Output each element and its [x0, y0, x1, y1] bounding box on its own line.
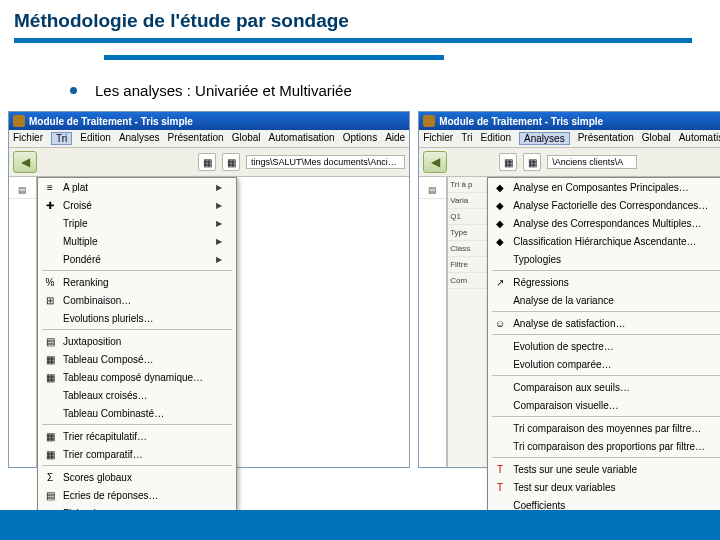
menu-item[interactable]: ▦Trier comparatif…	[38, 445, 236, 463]
menu-item[interactable]: Typologies	[488, 250, 720, 268]
menu-item[interactable]: Tableau Combinasté…	[38, 404, 236, 422]
menu-item-icon	[42, 311, 58, 325]
menu-item[interactable]: Pondéré▶	[38, 250, 236, 268]
menu-item[interactable]: ΣScores globaux	[38, 468, 236, 486]
menu-item[interactable]: ✚Croisé▶	[38, 196, 236, 214]
menu-item[interactable]: ⊞Combinaison…	[38, 291, 236, 309]
menu-item[interactable]: Analyse de la variance	[488, 291, 720, 309]
menu-separator	[492, 311, 720, 312]
menu-item-label: Tri comparaison des moyennes par filtre…	[513, 423, 701, 434]
menu-item-label: Multiple	[63, 236, 97, 247]
menu-item[interactable]: Comparaison aux seuils…	[488, 378, 720, 396]
menu-separator	[492, 457, 720, 458]
panel-row[interactable]: Varia	[448, 193, 487, 209]
menu-item[interactable]: Evolutions pluriels…	[38, 309, 236, 327]
menu-item[interactable]: ◆Analyse en Composantes Principales…	[488, 178, 720, 196]
tool-icon[interactable]: ▦	[198, 153, 216, 171]
menu-présentation[interactable]: Présentation	[578, 132, 634, 145]
menu-tri[interactable]: Tri	[51, 132, 72, 145]
menu-fichier[interactable]: Fichier	[13, 132, 43, 145]
menu-item-icon	[492, 421, 508, 435]
analyses-menu-dropdown[interactable]: ◆Analyse en Composantes Principales…◆Ana…	[487, 177, 720, 540]
menu-item[interactable]: ◆Classification Hiérarchique Ascendante…	[488, 232, 720, 250]
menu-item-icon: ▦	[42, 429, 58, 443]
panel-row[interactable]: Tri à p	[448, 177, 487, 193]
menu-item[interactable]: %Reranking	[38, 273, 236, 291]
tool-icon[interactable]: ▦	[499, 153, 517, 171]
menu-item[interactable]: TTests sur une seule variable▶	[488, 460, 720, 478]
tool-icon[interactable]: ▦	[222, 153, 240, 171]
menu-item[interactable]: Triple▶	[38, 214, 236, 232]
menu-aide[interactable]: Aide	[385, 132, 405, 145]
app-icon	[13, 115, 25, 127]
menu-item[interactable]: ▤Ecries de réponses…	[38, 486, 236, 504]
menu-item[interactable]: Tableaux croisés…	[38, 386, 236, 404]
menu-item[interactable]: ▦Tableau composé dynamique…	[38, 368, 236, 386]
menu-analyses[interactable]: Analyses	[119, 132, 160, 145]
menu-item-icon: Σ	[42, 470, 58, 484]
menu-item[interactable]: ▦Tableau Composé…	[38, 350, 236, 368]
menu-automatisation[interactable]: Automatisation	[269, 132, 335, 145]
panel-row[interactable]: Com	[448, 273, 487, 289]
address-bar[interactable]: tings\SALUT\Mes documents\Anciens client…	[246, 155, 405, 169]
menu-automatisation[interactable]: Automatisation	[679, 132, 720, 145]
menu-item-label: Comparaison visuelle…	[513, 400, 619, 411]
tool-icon[interactable]: ▦	[523, 153, 541, 171]
menu-item-label: Test sur deux variables	[513, 482, 615, 493]
menu-item-icon: ◆	[492, 198, 508, 212]
menu-options[interactable]: Options	[343, 132, 377, 145]
menu-item-icon: ☺	[492, 316, 508, 330]
menu-item-label: Comparaison aux seuils…	[513, 382, 630, 393]
menu-item[interactable]: ◆Analyse des Correspondances Multiples…	[488, 214, 720, 232]
submenu-arrow-icon: ▶	[216, 219, 222, 228]
menu-item[interactable]: ↗Régressions▶	[488, 273, 720, 291]
menu-item-label: Tests sur une seule variable	[513, 464, 637, 475]
menu-item[interactable]: TTest sur deux variables▶	[488, 478, 720, 496]
back-button[interactable]: ◀	[13, 151, 37, 173]
menu-global[interactable]: Global	[642, 132, 671, 145]
left-menubar[interactable]: FichierTriEditionAnalysesPrésentationGlo…	[9, 130, 409, 148]
menu-item[interactable]: Evolution comparée…	[488, 355, 720, 373]
right-menubar[interactable]: FichierTriEditionAnalysesPrésentationGlo…	[419, 130, 720, 148]
menu-item[interactable]: ≡A plat▶	[38, 178, 236, 196]
menu-item[interactable]: Tri comparaison des moyennes par filtre…	[488, 419, 720, 437]
back-button[interactable]: ◀	[423, 151, 447, 173]
menu-item[interactable]: ▦Trier récapitulatif…	[38, 427, 236, 445]
menu-item-label: Juxtaposition	[63, 336, 121, 347]
menu-item[interactable]: ▤Juxtaposition	[38, 332, 236, 350]
panel-row[interactable]: Type	[448, 225, 487, 241]
menu-separator	[42, 270, 232, 271]
menu-item-icon: ▦	[42, 447, 58, 461]
gutter-icon[interactable]: ▤	[9, 181, 36, 199]
menu-item-label: Tableaux croisés…	[63, 390, 147, 401]
menu-item[interactable]: Multiple▶	[38, 232, 236, 250]
menu-global[interactable]: Global	[232, 132, 261, 145]
gutter-icon[interactable]: ▤	[419, 181, 446, 199]
menu-item-icon	[42, 388, 58, 402]
address-bar[interactable]: \Anciens clients\A	[547, 155, 637, 169]
menu-item[interactable]: ☺Analyse de satisfaction…	[488, 314, 720, 332]
menu-fichier[interactable]: Fichier	[423, 132, 453, 145]
menu-analyses[interactable]: Analyses	[519, 132, 570, 145]
menu-separator	[42, 329, 232, 330]
menu-item-icon	[492, 380, 508, 394]
panel-row[interactable]: Filtre	[448, 257, 487, 273]
menu-separator	[42, 424, 232, 425]
menu-item-icon: ✚	[42, 198, 58, 212]
menu-item[interactable]: ◆Analyse Factorielle des Correspondances…	[488, 196, 720, 214]
menu-item-label: Tri comparaison des proportions par filt…	[513, 441, 705, 452]
menu-item[interactable]: Tri comparaison des proportions par filt…	[488, 437, 720, 455]
tri-menu-dropdown[interactable]: ≡A plat▶✚Croisé▶Triple▶Multiple▶Pondéré▶…	[37, 177, 237, 540]
menu-item-icon	[492, 252, 508, 266]
menu-item-label: Analyse Factorielle des Correspondances…	[513, 200, 708, 211]
menu-présentation[interactable]: Présentation	[167, 132, 223, 145]
menu-tri[interactable]: Tri	[461, 132, 472, 145]
menu-edition[interactable]: Edition	[480, 132, 511, 145]
panel-row[interactable]: Class	[448, 241, 487, 257]
panel-row[interactable]: Q1	[448, 209, 487, 225]
submenu-arrow-icon: ▶	[216, 183, 222, 192]
menu-item[interactable]: Evolution de spectre…	[488, 337, 720, 355]
menu-item-icon: ≡	[42, 180, 58, 194]
menu-edition[interactable]: Edition	[80, 132, 111, 145]
menu-item[interactable]: Comparaison visuelle…	[488, 396, 720, 414]
